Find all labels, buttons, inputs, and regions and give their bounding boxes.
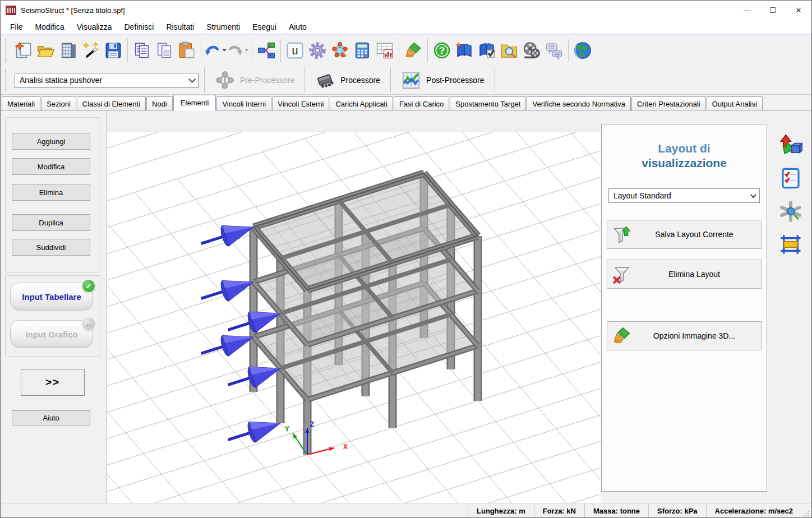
user-manual-button[interactable]: [453, 38, 476, 63]
opzioni-immagine-3d-button[interactable]: Opzioni Immagine 3D...: [607, 321, 762, 350]
chat-bubbles-icon: [545, 41, 564, 60]
duplica-button[interactable]: Duplica: [12, 214, 90, 231]
analysis-type-select[interactable]: Analisi statica pushover: [15, 73, 199, 88]
connectivity-button[interactable]: [255, 38, 278, 63]
status-bar: Lunghezza: m Forza: kN Massa: tonne Sfor…: [1, 503, 811, 518]
salva-layout-button[interactable]: Salva Layout Corrente: [607, 220, 762, 249]
dots-badge: ..: [82, 317, 95, 330]
video-tutorials-button[interactable]: [520, 38, 543, 63]
tab-vincoli-esterni[interactable]: Vincoli Esterni: [272, 96, 329, 110]
units-button[interactable]: u: [284, 38, 306, 63]
tab-materiali[interactable]: Materiali: [2, 96, 40, 110]
processor-button[interactable]: Processore: [306, 67, 389, 93]
menu-definisci[interactable]: Definisci: [118, 20, 160, 34]
menu-esegui[interactable]: Esegui: [246, 20, 283, 34]
analysis-type-value: Analisi statica pushover: [20, 76, 102, 85]
layout-select[interactable]: Layout Standard: [608, 188, 760, 203]
post-processor-button[interactable]: Post-Processore: [392, 67, 493, 93]
tab-spostamento-target[interactable]: Spostamento Target: [450, 96, 526, 110]
spreadsheet-chart-icon: [375, 41, 394, 60]
node-axes-button[interactable]: [777, 198, 804, 224]
elimina-button[interactable]: Elimina: [12, 184, 90, 201]
settings-button[interactable]: [306, 38, 329, 63]
resize-grip-icon: [803, 510, 810, 517]
help-button[interactable]: ?: [431, 38, 453, 63]
display-options-button[interactable]: [402, 38, 425, 63]
toolbar-separator: [127, 39, 128, 62]
forum-button[interactable]: [543, 38, 565, 63]
combination-table-button[interactable]: [373, 38, 396, 63]
tab-nodi[interactable]: Nodi: [146, 96, 173, 110]
close-button[interactable]: ✕: [786, 1, 811, 20]
calculator-button[interactable]: [351, 38, 373, 63]
tab-criteri-prestazionali[interactable]: Criteri Prestazionali: [631, 96, 706, 110]
deformed-shape-button[interactable]: [777, 132, 804, 158]
website-button[interactable]: [571, 38, 594, 63]
module-tab-bar: Materiali Sezioni Classi di Elementi Nod…: [1, 95, 811, 111]
copy-model-button[interactable]: [131, 38, 153, 63]
help-icon: ?: [432, 41, 451, 60]
wizard-button[interactable]: [80, 38, 102, 63]
toolbar-separator: [427, 39, 428, 62]
paste-clipboard-icon: [177, 41, 196, 60]
status-sforzo: Sforzo: kPa: [648, 503, 706, 518]
tab-verifiche-secondo-normativa[interactable]: Verifiche secondo Normativa: [527, 96, 630, 110]
menu-aiuto[interactable]: Aiuto: [283, 20, 313, 34]
new-project-button[interactable]: [12, 38, 35, 63]
tab-vincoli-interni[interactable]: Vincoli Interni: [216, 96, 271, 110]
redo-button[interactable]: [227, 38, 249, 63]
undo-button[interactable]: [204, 38, 227, 63]
toolbar-separator: [399, 39, 399, 62]
viewport-3d[interactable]: YZX: [107, 111, 601, 503]
toolbar-separator: [252, 39, 252, 62]
aiuto-button[interactable]: Aiuto: [12, 410, 90, 425]
search-knowledge-button[interactable]: [498, 38, 520, 63]
verification-book-button[interactable]: [476, 38, 498, 63]
menu-strumenti[interactable]: Strumenti: [200, 20, 246, 34]
suddividi-button[interactable]: Suddividi: [12, 239, 90, 256]
open-project-button[interactable]: [35, 38, 57, 63]
pre-processor-button[interactable]: Pre-Processore: [206, 67, 303, 93]
frame-element-button[interactable]: [777, 232, 804, 257]
model-3d-scene[interactable]: YZX: [107, 111, 601, 503]
calculator-icon: [353, 41, 372, 60]
app-window: SeismoStruct * [Senza titolo.spf] — ☐ ✕ …: [0, 0, 812, 518]
units-icon: u: [285, 41, 304, 60]
menu-risultati[interactable]: Risultati: [160, 20, 200, 34]
menu-visualizza[interactable]: Visualizza: [71, 20, 118, 34]
tab-sezioni[interactable]: Sezioni: [41, 96, 76, 110]
node-axes-icon: [779, 200, 802, 223]
manual-book-icon: [455, 41, 474, 60]
globe-icon: [573, 41, 592, 60]
input-tabellare-button[interactable]: Input Tabellare ✓: [10, 283, 93, 311]
paste-button[interactable]: [176, 38, 198, 63]
tab-output-analisi[interactable]: Output Analisi: [707, 96, 763, 110]
save-button[interactable]: [102, 38, 124, 63]
tab-fasi-di-carico[interactable]: Fasi di Carico: [394, 96, 449, 110]
checklist-button[interactable]: [777, 165, 804, 191]
modifica-button[interactable]: Modifica: [12, 158, 90, 175]
aggiungi-button[interactable]: Aggiungi: [12, 133, 90, 150]
post-processor-icon: [401, 70, 421, 90]
minimize-button[interactable]: —: [734, 1, 760, 20]
expand-table-button[interactable]: >>: [21, 369, 85, 396]
redo-dropdown-caret[interactable]: [244, 49, 249, 52]
toolbar-gripper[interactable]: [5, 39, 8, 62]
building-modeller-button[interactable]: [57, 38, 80, 63]
menu-file[interactable]: File: [4, 20, 29, 34]
tab-elementi[interactable]: Elementi: [173, 95, 216, 111]
menu-bar: File Modifica Visualizza Definisci Risul…: [1, 20, 811, 35]
input-grafico-button[interactable]: Input Grafico ..: [10, 320, 93, 348]
funnel-save-icon: [612, 224, 632, 244]
toolbar-gripper[interactable]: [5, 69, 8, 91]
magic-wand-icon: [81, 41, 100, 60]
maximize-button[interactable]: ☐: [760, 1, 786, 20]
model-parameters-button[interactable]: [329, 38, 351, 63]
copy-image-button[interactable]: [153, 38, 176, 63]
resize-grip[interactable]: [801, 503, 811, 518]
tab-classi-di-elementi[interactable]: Classi di Elementi: [77, 96, 146, 110]
tab-carichi-applicati[interactable]: Carichi Applicati: [330, 96, 393, 110]
undo-dropdown-caret[interactable]: [222, 49, 227, 52]
menu-modifica[interactable]: Modifica: [29, 20, 71, 34]
elimina-layout-button[interactable]: Elimina Layout: [607, 260, 762, 289]
